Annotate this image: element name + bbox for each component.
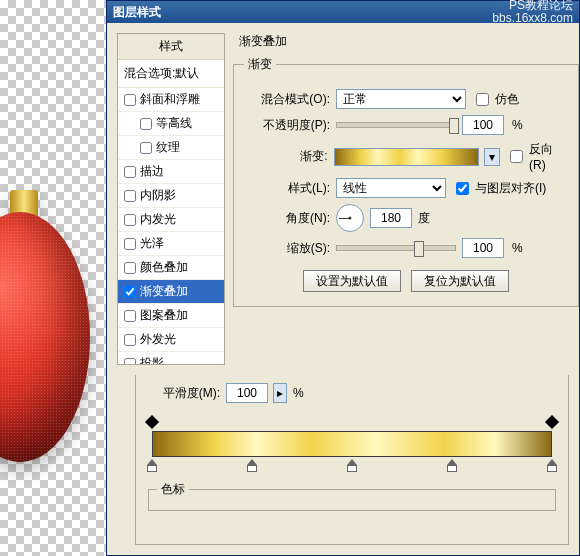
styles-list: 斜面和浮雕等高线纹理描边内阴影内发光光泽颜色叠加渐变叠加图案叠加外发光投影 <box>118 88 224 364</box>
dither-input[interactable] <box>476 93 489 106</box>
scale-label: 缩放(S): <box>244 240 330 257</box>
styles-header[interactable]: 样式 <box>118 34 224 60</box>
scale-unit: % <box>512 241 523 255</box>
style-item-checkbox[interactable] <box>124 166 136 178</box>
style-item-7[interactable]: 颜色叠加 <box>118 256 224 280</box>
scale-input[interactable] <box>462 238 504 258</box>
blend-mode-label: 混合模式(O): <box>244 91 330 108</box>
style-label: 样式(L): <box>244 180 330 197</box>
color-stop[interactable] <box>147 459 157 471</box>
reverse-input[interactable] <box>510 150 523 163</box>
set-default-button[interactable]: 设置为默认值 <box>303 270 401 292</box>
style-item-6[interactable]: 光泽 <box>118 232 224 256</box>
style-item-label: 描边 <box>140 163 164 180</box>
style-item-3[interactable]: 描边 <box>118 160 224 184</box>
gradient-track[interactable] <box>152 431 552 457</box>
smoothness-stepper-icon[interactable]: ▸ <box>273 383 287 403</box>
style-item-label: 外发光 <box>140 331 176 348</box>
style-item-checkbox[interactable] <box>124 358 136 365</box>
angle-label: 角度(N): <box>244 210 330 227</box>
smoothness-unit: % <box>293 386 304 400</box>
styles-subheader[interactable]: 混合选项:默认 <box>118 60 224 88</box>
color-stop-legend: 色标 <box>157 481 189 498</box>
opacity-stops-track[interactable] <box>152 417 552 431</box>
opacity-label: 不透明度(P): <box>244 117 330 134</box>
color-stop[interactable] <box>347 459 357 471</box>
angle-input[interactable] <box>370 208 412 228</box>
opacity-unit: % <box>512 118 523 132</box>
blend-mode-select[interactable]: 正常 <box>336 89 466 109</box>
gradient-fieldset: 渐变 混合模式(O): 正常 仿色 不透明度(P): % <box>233 56 579 307</box>
color-stop[interactable] <box>447 459 457 471</box>
style-item-5[interactable]: 内发光 <box>118 208 224 232</box>
style-item-checkbox[interactable] <box>124 238 136 250</box>
style-item-label: 渐变叠加 <box>140 283 188 300</box>
opacity-input[interactable] <box>462 115 504 135</box>
style-item-label: 斜面和浮雕 <box>140 91 200 108</box>
gradient-legend: 渐变 <box>244 56 276 73</box>
style-item-label: 投影 <box>140 355 164 364</box>
style-item-0[interactable]: 斜面和浮雕 <box>118 88 224 112</box>
scale-slider[interactable] <box>336 245 456 251</box>
styles-sidebar: 样式 混合选项:默认 斜面和浮雕等高线纹理描边内阴影内发光光泽颜色叠加渐变叠加图… <box>117 33 225 365</box>
color-stop[interactable] <box>247 459 257 471</box>
gradient-overlay-panel: 渐变叠加 渐变 混合模式(O): 正常 仿色 不透明度(P): <box>233 33 579 365</box>
angle-dial[interactable] <box>336 204 364 232</box>
opacity-slider[interactable] <box>336 122 456 128</box>
ornament-artwork <box>0 190 90 470</box>
gradient-swatch[interactable] <box>334 148 480 166</box>
style-item-checkbox[interactable] <box>124 214 136 226</box>
smoothness-label: 平滑度(M): <box>148 385 220 402</box>
reverse-checkbox[interactable]: 反向(R) <box>506 141 568 172</box>
opacity-stop[interactable] <box>145 415 159 429</box>
style-item-label: 图案叠加 <box>140 307 188 324</box>
dialog-titlebar[interactable]: 图层样式 PS教程论坛 bbs.16xx8.com <box>107 1 579 23</box>
opacity-stop[interactable] <box>545 415 559 429</box>
style-item-checkbox[interactable] <box>124 94 136 106</box>
style-item-checkbox[interactable] <box>124 334 136 346</box>
style-item-label: 等高线 <box>156 115 192 132</box>
style-item-checkbox[interactable] <box>140 142 152 154</box>
style-item-label: 内发光 <box>140 211 176 228</box>
style-item-checkbox[interactable] <box>124 190 136 202</box>
layer-style-dialog: 图层样式 PS教程论坛 bbs.16xx8.com 样式 混合选项:默认 斜面和… <box>106 0 580 556</box>
style-item-label: 内阴影 <box>140 187 176 204</box>
align-checkbox[interactable]: 与图层对齐(I) <box>452 179 546 198</box>
style-item-1[interactable]: 等高线 <box>118 112 224 136</box>
smoothness-value[interactable]: 100 <box>226 383 268 403</box>
color-stops-track[interactable] <box>152 457 552 473</box>
style-item-2[interactable]: 纹理 <box>118 136 224 160</box>
style-item-label: 光泽 <box>140 235 164 252</box>
align-input[interactable] <box>456 182 469 195</box>
style-item-8[interactable]: 渐变叠加 <box>118 280 224 304</box>
section-title: 渐变叠加 <box>239 33 579 50</box>
style-item-11[interactable]: 投影 <box>118 352 224 364</box>
gradient-dropdown-icon[interactable]: ▾ <box>484 148 500 166</box>
style-item-label: 颜色叠加 <box>140 259 188 276</box>
style-item-checkbox[interactable] <box>124 310 136 322</box>
watermark: PS教程论坛 bbs.16xx8.com <box>492 0 573 25</box>
style-item-label: 纹理 <box>156 139 180 156</box>
gradient-stops-area <box>152 417 552 473</box>
color-stop[interactable] <box>547 459 557 471</box>
style-item-checkbox[interactable] <box>140 118 152 130</box>
style-item-9[interactable]: 图案叠加 <box>118 304 224 328</box>
style-select[interactable]: 线性 <box>336 178 446 198</box>
ornament-ball <box>0 212 90 462</box>
style-item-4[interactable]: 内阴影 <box>118 184 224 208</box>
dither-checkbox[interactable]: 仿色 <box>472 90 519 109</box>
style-item-checkbox[interactable] <box>124 286 136 298</box>
style-item-checkbox[interactable] <box>124 262 136 274</box>
dialog-body: 样式 混合选项:默认 斜面和浮雕等高线纹理描边内阴影内发光光泽颜色叠加渐变叠加图… <box>107 23 579 555</box>
color-stop-fieldset: 色标 <box>148 481 556 511</box>
angle-unit: 度 <box>418 210 430 227</box>
dialog-title: 图层样式 <box>113 4 161 21</box>
reset-default-button[interactable]: 复位为默认值 <box>411 270 509 292</box>
gradient-label: 渐变: <box>244 148 328 165</box>
style-item-10[interactable]: 外发光 <box>118 328 224 352</box>
gradient-editor-panel: 平滑度(M): 100 ▸ % 色标 <box>135 375 569 545</box>
